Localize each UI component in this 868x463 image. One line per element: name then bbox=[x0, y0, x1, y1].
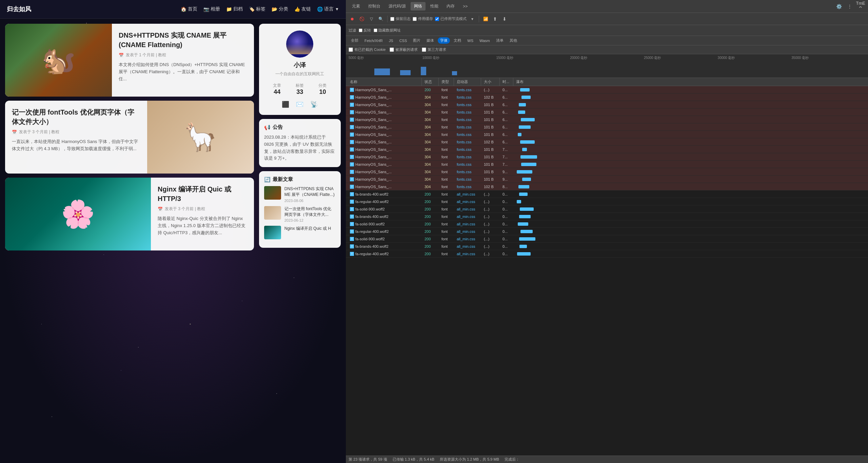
post-card-1[interactable]: DNS+HTTPDNS 实现 CNAME 展平 (CNAME Flattenin… bbox=[5, 24, 254, 97]
td-initiator[interactable]: fonts.css bbox=[454, 103, 481, 107]
table-row[interactable]: f HarmonyOS_Sans_... 304 font fonts.css … bbox=[346, 153, 868, 161]
type-all[interactable]: 全部 bbox=[349, 37, 361, 44]
post-card-2[interactable]: 记一次使用 fontTools 优化网页字体（字体文件大小） 📅 发表于 3 个… bbox=[5, 101, 254, 174]
td-initiator[interactable]: fonts.css bbox=[454, 133, 481, 137]
td-initiator[interactable]: fonts.css bbox=[454, 185, 481, 189]
hide-data-urls-checkbox[interactable]: 隐藏数据网址 bbox=[374, 28, 401, 33]
tab-more[interactable]: >> bbox=[459, 3, 471, 10]
table-row[interactable]: f fa-brands-400.woff2 200 font all_min.c… bbox=[346, 243, 868, 250]
table-row[interactable]: f HarmonyOS_Sans_... 304 font fonts.css … bbox=[346, 94, 868, 101]
table-row[interactable]: f HarmonyOS_Sans_... 304 font fonts.css … bbox=[346, 168, 868, 176]
nav-language[interactable]: 🌐 语言 ▼ bbox=[317, 6, 339, 12]
td-initiator[interactable]: fonts.css bbox=[454, 170, 481, 174]
td-initiator[interactable]: fonts.css bbox=[454, 125, 481, 129]
td-initiator[interactable]: fonts.css bbox=[454, 155, 481, 159]
preserve-log-checkbox[interactable]: 保留日志 bbox=[390, 16, 411, 21]
type-other[interactable]: 其他 bbox=[507, 37, 519, 44]
record-button[interactable]: ⏺ bbox=[349, 15, 356, 23]
github-icon[interactable]: ⬛ bbox=[282, 101, 289, 108]
nav-home[interactable]: 🏠 首页 bbox=[181, 6, 197, 12]
td-initiator[interactable]: all_min.css bbox=[454, 244, 481, 248]
blocked-cookie-checkbox[interactable]: 有已拦截的 Cookie bbox=[349, 47, 386, 52]
type-css[interactable]: CSS bbox=[397, 38, 410, 43]
table-row[interactable]: f HarmonyOS_Sans_... 304 font fonts.css … bbox=[346, 123, 868, 131]
td-initiator[interactable]: fonts.css bbox=[454, 110, 481, 114]
third-party-checkbox[interactable]: 第三方请求 bbox=[422, 47, 446, 52]
table-row[interactable]: f HarmonyOS_Sans_... 304 font fonts.css … bbox=[346, 146, 868, 153]
td-initiator[interactable]: all_min.css bbox=[454, 192, 481, 196]
type-wasm[interactable]: Wasm bbox=[477, 38, 492, 43]
table-row[interactable]: f fa-regular-400.woff2 200 font all_min.… bbox=[346, 250, 868, 258]
table-row[interactable]: f HarmonyOS_Sans_... 304 font fonts.css … bbox=[346, 131, 868, 138]
filter-icon-button[interactable]: ▽ bbox=[368, 15, 375, 23]
table-row[interactable]: f HarmonyOS_Sans_... 304 font fonts.css … bbox=[346, 161, 868, 168]
disable-cache-input[interactable] bbox=[413, 17, 417, 21]
type-js[interactable]: JS bbox=[387, 38, 396, 43]
post-title-1[interactable]: DNS+HTTPDNS 实现 CNAME 展平 (CNAME Flattenin… bbox=[119, 31, 247, 49]
table-row[interactable]: f HarmonyOS_Sans_... 304 font fonts.css … bbox=[346, 138, 868, 146]
type-ws[interactable]: WS bbox=[465, 38, 476, 43]
td-initiator[interactable]: all_min.css bbox=[454, 215, 481, 219]
table-row[interactable]: f fa-brands-400.woff2 200 font all_min.c… bbox=[346, 213, 868, 220]
td-initiator[interactable]: all_min.css bbox=[454, 229, 481, 234]
td-initiator[interactable]: fonts.css bbox=[454, 88, 481, 92]
th-type[interactable]: 类型 bbox=[439, 78, 454, 86]
preserve-log-input[interactable] bbox=[390, 17, 394, 21]
settings-icon[interactable]: ⚙️ bbox=[834, 2, 844, 11]
td-initiator[interactable]: fonts.css bbox=[454, 162, 481, 166]
blocked-cookie-input[interactable] bbox=[349, 47, 353, 52]
th-initiator[interactable]: 启动器 bbox=[454, 78, 481, 86]
td-initiator[interactable]: all_min.css bbox=[454, 237, 481, 241]
td-initiator[interactable]: all_min.css bbox=[454, 252, 481, 256]
tab-source[interactable]: 源代码/源 bbox=[385, 2, 409, 11]
td-initiator[interactable]: fonts.css bbox=[454, 147, 481, 152]
tab-network[interactable]: 网络 bbox=[411, 2, 426, 11]
post-title-3[interactable]: Nginx 编译开启 Quic 或 HTTP/3 bbox=[158, 184, 247, 203]
table-row[interactable]: f fa-regular-400.woff2 200 font all_min.… bbox=[346, 228, 868, 235]
blocked-request-checkbox[interactable]: 被屏蔽的请求 bbox=[390, 47, 418, 52]
table-row[interactable]: f fa-solid-900.woff2 200 font all_min.cs… bbox=[346, 220, 868, 228]
post-title-2[interactable]: 记一次使用 fontTools 优化网页字体（字体文件大小） bbox=[12, 107, 140, 126]
td-initiator[interactable]: fonts.css bbox=[454, 118, 481, 122]
nav-archive[interactable]: 📁 归档 bbox=[226, 6, 243, 12]
table-row[interactable]: f HarmonyOS_Sans_... 304 font fonts.css … bbox=[346, 183, 868, 190]
table-body[interactable]: f HarmonyOS_Sans_... 200 font fonts.css … bbox=[346, 86, 868, 456]
post-card-3[interactable]: Nginx 编译开启 Quic 或 HTTP/3 📅 发表于 3 个月前 | 教… bbox=[5, 178, 254, 250]
td-initiator[interactable]: all_min.css bbox=[454, 200, 481, 204]
invert-checkbox[interactable]: 反转 bbox=[359, 28, 371, 33]
type-manifest[interactable]: 清单 bbox=[494, 37, 506, 44]
type-fetch-xhr[interactable]: Fetch/XHR bbox=[362, 38, 385, 43]
table-row[interactable]: f fa-solid-900.woff2 200 font all_min.cs… bbox=[346, 235, 868, 243]
tab-performance[interactable]: 性能 bbox=[427, 2, 442, 11]
nav-category[interactable]: 📂 分类 bbox=[272, 6, 288, 12]
search-button[interactable]: 🔍 bbox=[377, 15, 384, 23]
disable-cache-checkbox[interactable]: 停用缓存 bbox=[413, 16, 433, 21]
table-row[interactable]: f fa-solid-900.woff2 200 font all_min.cs… bbox=[346, 205, 868, 213]
type-doc[interactable]: 文档 bbox=[451, 37, 463, 44]
invert-input[interactable] bbox=[359, 28, 362, 32]
table-row[interactable]: f fa-regular-400.woff2 200 font all_min.… bbox=[346, 198, 868, 205]
nav-tags[interactable]: 🏷️ 标签 bbox=[249, 6, 265, 12]
clear-button[interactable]: 🚫 bbox=[358, 15, 366, 23]
recent-item-1[interactable]: DNS+HTTPDNS 实现 CNA ME 展平（CNAME Flatte...… bbox=[264, 186, 336, 203]
table-row[interactable]: f HarmonyOS_Sans_... 304 font fonts.css … bbox=[346, 176, 868, 183]
third-party-input[interactable] bbox=[422, 47, 426, 52]
tab-console[interactable]: 控制台 bbox=[365, 2, 384, 11]
table-row[interactable]: f HarmonyOS_Sans_... 304 font fonts.css … bbox=[346, 116, 868, 123]
td-initiator[interactable]: fonts.css bbox=[454, 95, 481, 99]
offline-checkbox[interactable]: 已停用节流模式 bbox=[435, 16, 467, 21]
type-image[interactable]: 图片 bbox=[411, 37, 423, 44]
th-time[interactable]: 时... bbox=[500, 78, 513, 86]
recent-item-3[interactable]: Nginx 编译开启 Quic 或 H bbox=[264, 226, 336, 239]
table-row[interactable]: f fa-brands-400.woff2 200 font all_min.c… bbox=[346, 190, 868, 198]
network-throttle-dropdown[interactable]: ▾ bbox=[469, 15, 476, 23]
table-row[interactable]: f HarmonyOS_Sans_... 304 font fonts.css … bbox=[346, 108, 868, 116]
nav-album[interactable]: 📷 相册 bbox=[203, 6, 220, 12]
th-status[interactable]: 状态 bbox=[422, 78, 439, 86]
type-media[interactable]: 媒体 bbox=[424, 37, 436, 44]
tab-memory[interactable]: 内存 bbox=[443, 2, 458, 11]
nav-friends[interactable]: 👍 友链 bbox=[294, 6, 311, 12]
blocked-request-input[interactable] bbox=[390, 47, 394, 52]
th-size[interactable]: 大小 bbox=[481, 78, 500, 86]
td-initiator[interactable]: all_min.css bbox=[454, 207, 481, 211]
